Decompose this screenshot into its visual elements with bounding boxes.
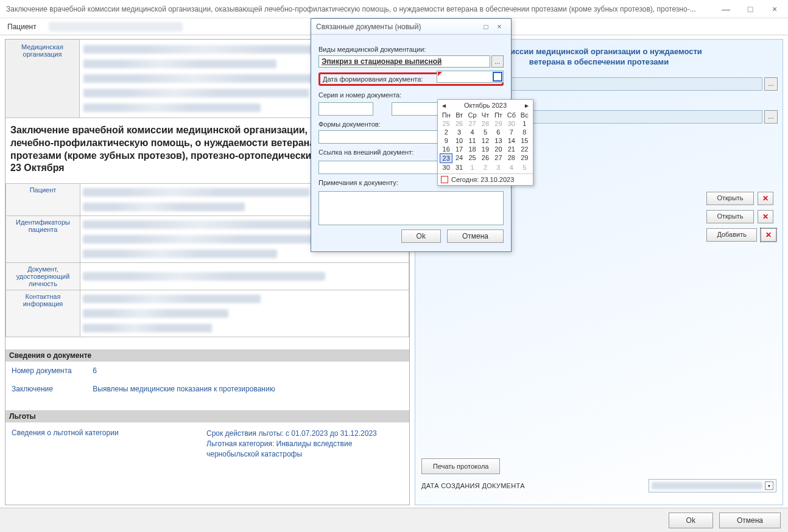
calendar-day[interactable]: 24: [452, 153, 465, 163]
doc-date-field[interactable]: [437, 71, 504, 83]
calendar-day[interactable]: 2: [479, 163, 491, 172]
calendar-popup: ◄ Октябрь 2023 ► ПнВтСрЧтПтСбВс252627282…: [437, 99, 533, 186]
calendar-day[interactable]: 28: [505, 153, 518, 163]
delete-button-3[interactable]: ✕: [761, 228, 776, 242]
calendar-day[interactable]: 27: [492, 153, 505, 163]
calendar-day[interactable]: 8: [518, 128, 531, 136]
calendar-day[interactable]: 2: [440, 128, 452, 136]
calendar-day[interactable]: 14: [505, 136, 518, 145]
row-patient-label: Пациент: [6, 184, 80, 216]
calendar-today-box-icon: [441, 176, 448, 183]
main-cancel-button[interactable]: Отмена: [719, 513, 781, 528]
calendar-dow: Чт: [479, 111, 491, 119]
calendar-day[interactable]: 12: [479, 136, 491, 145]
open-button-1[interactable]: Открыть: [706, 192, 753, 205]
calendar-dow: Пт: [492, 111, 505, 119]
calendar-day[interactable]: 1: [518, 119, 531, 128]
notes-textarea[interactable]: [318, 191, 504, 225]
calendar-day[interactable]: 7: [505, 128, 518, 136]
calendar-next-button[interactable]: ►: [524, 102, 530, 109]
doc-conclusion-value: Выявлены медицинские показания к протези…: [93, 385, 275, 393]
doc-types-field: Эпикриз в стационаре выписной …: [318, 55, 504, 68]
modal-title-text: Связанные документы (новый): [316, 23, 479, 31]
calendar-dow: Сб: [505, 111, 518, 119]
section-doc-info: Сведения о документе: [5, 349, 409, 362]
calendar-day[interactable]: 30: [505, 119, 518, 128]
doc-types-label: Виды медицинской документации:: [318, 46, 504, 53]
calendar-day[interactable]: 5: [479, 128, 491, 136]
calendar-open-icon[interactable]: [493, 72, 502, 82]
calendar-day[interactable]: 25: [466, 153, 479, 163]
calendar-today-row[interactable]: Сегодня: 23.10.2023: [438, 173, 533, 185]
calendar-day[interactable]: 11: [466, 136, 479, 145]
calendar-dow: Вс: [518, 111, 531, 119]
calendar-day[interactable]: 10: [452, 136, 465, 145]
calendar-day[interactable]: 18: [466, 145, 479, 153]
ellipsis-button-1[interactable]: …: [764, 77, 778, 91]
serial-input[interactable]: [318, 102, 373, 116]
row-contact-value: [80, 290, 409, 337]
row-doc-value: [80, 263, 409, 290]
calendar-day[interactable]: 3: [492, 163, 505, 172]
doc-number-value: 6: [93, 366, 97, 375]
calendar-day[interactable]: 13: [492, 136, 505, 145]
delete-button-2[interactable]: ✕: [758, 210, 773, 223]
calendar-day[interactable]: 25: [440, 119, 452, 128]
calendar-day[interactable]: 3: [452, 128, 465, 136]
calendar-day[interactable]: 6: [492, 128, 505, 136]
window-minimize-button[interactable]: —: [719, 2, 733, 16]
calendar-day[interactable]: 5: [518, 163, 531, 172]
doc-conclusion-row: Заключение Выявлены медицинские показани…: [5, 380, 409, 398]
calendar-day[interactable]: 22: [518, 145, 531, 153]
calendar-day[interactable]: 31: [452, 163, 465, 172]
calendar-day[interactable]: 9: [440, 136, 452, 145]
add-button[interactable]: Добавить: [706, 228, 757, 242]
row-contact-label: Контактная информация: [6, 290, 80, 337]
modal-maximize-button[interactable]: □: [479, 23, 493, 31]
calendar-day[interactable]: 21: [505, 145, 518, 153]
doc-date-label: Дата формирования документа:: [323, 75, 423, 83]
date-create-input[interactable]: ▾: [649, 479, 776, 492]
doc-type-value[interactable]: Эпикриз в стационаре выписной: [318, 55, 490, 68]
open-button-2[interactable]: Открыть: [706, 210, 753, 223]
calendar-day[interactable]: 19: [479, 145, 491, 153]
calendar-day[interactable]: 17: [452, 145, 465, 153]
calendar-day[interactable]: 26: [479, 153, 491, 163]
doc-conclusion-label: Заключение: [12, 385, 91, 393]
calendar-day[interactable]: 16: [440, 145, 452, 153]
calendar-day[interactable]: 20: [492, 145, 505, 153]
calendar-day[interactable]: 29: [492, 119, 505, 128]
modal-footer: Ok Отмена: [318, 227, 504, 244]
delete-button-1[interactable]: ✕: [758, 192, 773, 205]
window-titlebar: Заключение врачебной комиссии медицинско…: [0, 0, 788, 18]
window-close-button[interactable]: ×: [767, 2, 782, 16]
modal-ok-button[interactable]: Ok: [401, 229, 441, 243]
calendar-day[interactable]: 23: [440, 153, 452, 163]
doc-type-ellipsis-button[interactable]: …: [491, 55, 504, 68]
calendar-day[interactable]: 1: [466, 163, 479, 172]
date-create-label: ДАТА СОЗДАНИЯ ДОКУМЕНТА: [421, 482, 649, 489]
calendar-day[interactable]: 29: [518, 153, 531, 163]
med-org-label: Медицинская организация: [5, 40, 80, 117]
calendar-day[interactable]: 26: [452, 119, 465, 128]
calendar-day[interactable]: 28: [479, 119, 491, 128]
window-maximize-button[interactable]: □: [743, 2, 758, 16]
calendar-day[interactable]: 30: [440, 163, 452, 172]
print-protocol-button[interactable]: Печать протокола: [421, 458, 500, 474]
patient-redacted: [49, 22, 183, 32]
calendar-prev-button[interactable]: ◄: [441, 102, 447, 109]
calendar-day[interactable]: 4: [505, 163, 518, 172]
calendar-day[interactable]: 15: [518, 136, 531, 145]
lgoty-right: Срок действия льготы: с 01.07.2023 до 31…: [206, 429, 403, 459]
bottom-bar: Оk Отмена: [0, 508, 788, 532]
ellipsis-button-2[interactable]: …: [764, 110, 778, 124]
calendar-day[interactable]: 27: [466, 119, 479, 128]
calendar-today-label: Сегодня: 23.10.2023: [451, 176, 514, 183]
date-dropdown-icon[interactable]: ▾: [765, 481, 773, 490]
main-ok-button[interactable]: Оk: [669, 513, 713, 528]
modal-close-button[interactable]: ×: [493, 23, 506, 31]
lgoty-validity: Срок действия льготы: с 01.07.2023 до 31…: [206, 429, 403, 439]
calendar-day[interactable]: 4: [466, 128, 479, 136]
modal-cancel-button[interactable]: Отмена: [447, 229, 504, 243]
modal-titlebar: Связанные документы (новый) □ ×: [311, 19, 511, 35]
